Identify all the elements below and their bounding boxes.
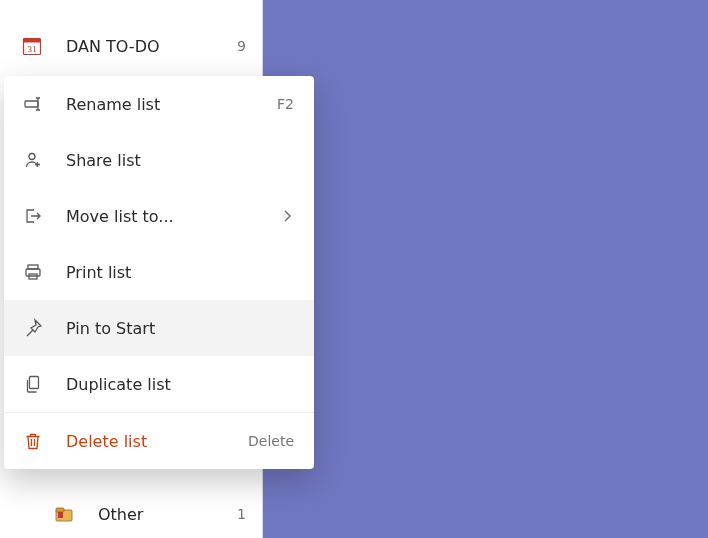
menu-item-pin-to-start[interactable]: Pin to Start xyxy=(4,300,314,356)
print-icon xyxy=(22,261,44,283)
calendar-31-icon: 31 xyxy=(22,36,42,56)
sidebar-list-count: 9 xyxy=(232,38,246,54)
menu-item-label: Delete list xyxy=(66,432,248,451)
menu-item-label: Pin to Start xyxy=(66,319,294,338)
sidebar-list-other[interactable]: Other 1 xyxy=(0,490,262,538)
svg-rect-5 xyxy=(58,512,63,518)
menu-item-label: Print list xyxy=(66,263,294,282)
main-content-area xyxy=(263,0,708,538)
pin-icon xyxy=(22,317,44,339)
menu-item-duplicate-list[interactable]: Duplicate list xyxy=(4,356,314,412)
trash-icon xyxy=(22,430,44,452)
svg-rect-6 xyxy=(25,101,38,107)
menu-item-shortcut: F2 xyxy=(277,96,294,112)
list-context-menu: Rename list F2 Share list Move list to..… xyxy=(4,76,314,469)
svg-text:31: 31 xyxy=(28,44,37,54)
svg-rect-1 xyxy=(24,39,41,43)
sidebar-list-count: 1 xyxy=(232,506,246,522)
menu-item-label: Share list xyxy=(66,151,294,170)
svg-rect-4 xyxy=(56,508,64,512)
menu-item-label: Rename list xyxy=(66,95,277,114)
menu-item-delete-list[interactable]: Delete list Delete xyxy=(4,413,314,469)
menu-item-shortcut: Delete xyxy=(248,433,294,449)
svg-rect-11 xyxy=(30,377,39,389)
menu-item-label: Duplicate list xyxy=(66,375,294,394)
menu-item-move-list-to[interactable]: Move list to... xyxy=(4,188,314,244)
menu-item-rename-list[interactable]: Rename list F2 xyxy=(4,76,314,132)
duplicate-icon xyxy=(22,373,44,395)
sidebar-list-label: Other xyxy=(98,505,232,524)
move-to-icon xyxy=(22,205,44,227)
rename-icon xyxy=(22,93,44,115)
svg-rect-9 xyxy=(26,269,40,276)
share-person-icon xyxy=(22,149,44,171)
svg-point-7 xyxy=(29,154,35,160)
sidebar-list-dan-todo[interactable]: 31 DAN TO-DO 9 xyxy=(0,22,262,70)
menu-item-label: Move list to... xyxy=(66,207,280,226)
sidebar-list-label: DAN TO-DO xyxy=(66,37,232,56)
chevron-right-icon xyxy=(280,209,294,223)
menu-item-print-list[interactable]: Print list xyxy=(4,244,314,300)
menu-item-share-list[interactable]: Share list xyxy=(4,132,314,188)
folder-emoji-icon xyxy=(54,504,74,524)
